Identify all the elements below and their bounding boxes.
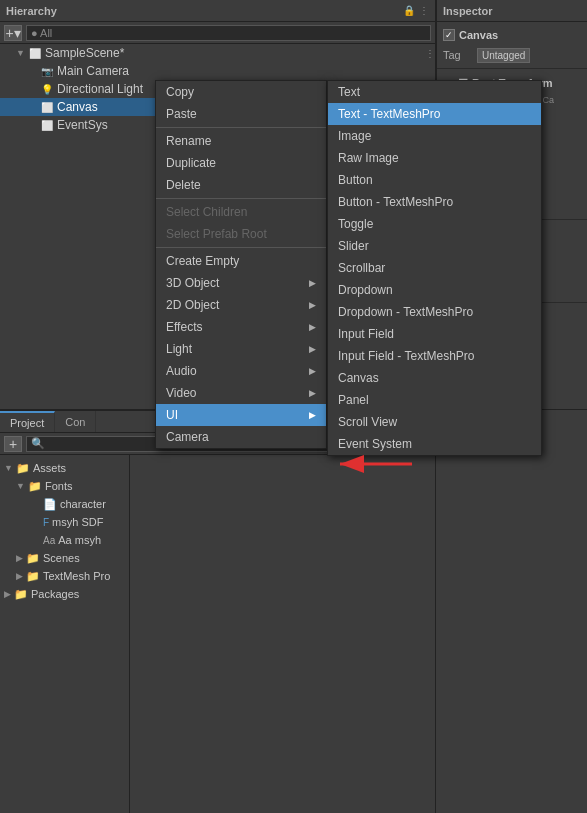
ctx-ui-textmeshpro[interactable]: Text - TextMeshPro [328, 103, 541, 125]
ctx-ui-dropdown[interactable]: Dropdown [328, 279, 541, 301]
canvas-tree-icon: ⬜ [40, 100, 54, 114]
msyh-icon: Aa [43, 535, 55, 546]
tab-console[interactable]: Con [55, 411, 96, 432]
light-icon: 💡 [40, 82, 54, 96]
assets-folder-icon: 📁 [16, 462, 30, 475]
ctx-delete[interactable]: Delete [156, 174, 326, 196]
ctx-ui-slider[interactable]: Slider [328, 235, 541, 257]
ctx-camera[interactable]: Camera [156, 426, 326, 448]
proj-aa-msyh[interactable]: Aa Aa msyh [0, 531, 129, 549]
context-menu-left: Copy Paste Rename Duplicate Delete Selec… [155, 80, 327, 449]
inspector-header: Inspector [437, 0, 587, 22]
ctx-duplicate[interactable]: Duplicate [156, 152, 326, 174]
ctx-3d-object[interactable]: 3D Object▶ [156, 272, 326, 294]
fonts-folder-icon: 📁 [28, 480, 42, 493]
proj-fonts[interactable]: ▼ 📁 Fonts [0, 477, 129, 495]
ctx-sep-2 [156, 198, 326, 199]
more-icon: ⋮ [419, 5, 429, 16]
ctx-ui-text[interactable]: Text [328, 81, 541, 103]
project-add-button[interactable]: + [4, 436, 22, 452]
tree-item-camera[interactable]: 📷 Main Camera [0, 62, 435, 80]
ctx-ui-inputfield[interactable]: Input Field [328, 323, 541, 345]
ctx-ui-scrollbar[interactable]: Scrollbar [328, 257, 541, 279]
textmesh-label: TextMesh Pro [43, 570, 110, 582]
ctx-ui-panel[interactable]: Panel [328, 389, 541, 411]
ctx-create-empty[interactable]: Create Empty [156, 250, 326, 272]
assets-label: Assets [33, 462, 66, 474]
ctx-ui-button-tmp[interactable]: Button - TextMeshPro [328, 191, 541, 213]
fonts-label: Fonts [45, 480, 73, 492]
ctx-light-menu[interactable]: Light▶ [156, 338, 326, 360]
scenes-label: Scenes [43, 552, 80, 564]
search-all-label: ● All [31, 27, 52, 39]
context-menu-right: Text Text - TextMeshPro Image Raw Image … [327, 80, 542, 456]
canvas-tag-row: Tag Untagged [443, 46, 581, 64]
scene-root-item[interactable]: ▼ ⬜ SampleScene* ⋮ [0, 44, 435, 62]
proj-textmesh[interactable]: ▶ 📁 TextMesh Pro [0, 567, 129, 585]
inspector-title: Inspector [443, 5, 493, 17]
packages-label: Packages [31, 588, 79, 600]
ctx-ui-canvas[interactable]: Canvas [328, 367, 541, 389]
ctx-rename[interactable]: Rename [156, 130, 326, 152]
msyhsdf-label: msyh SDF [52, 516, 103, 528]
textmesh-arrow: ▶ [16, 571, 23, 581]
tag-label: Tag [443, 49, 473, 61]
hierarchy-title: Hierarchy [6, 5, 57, 17]
character-icon: 📄 [43, 498, 57, 511]
msyh-label: Aa msyh [58, 534, 101, 546]
camera-icon: 📷 [40, 64, 54, 78]
tag-value[interactable]: Untagged [477, 48, 530, 63]
ctx-video[interactable]: Video▶ [156, 382, 326, 404]
add-button[interactable]: +▾ [4, 25, 22, 41]
search-box: ● All [26, 25, 431, 41]
scenes-arrow: ▶ [16, 553, 23, 563]
proj-scenes[interactable]: ▶ 📁 Scenes [0, 549, 129, 567]
eventsystem-label: EventSys [57, 118, 108, 132]
scene-icon: ⬜ [28, 46, 42, 60]
ctx-ui[interactable]: UI▶ [156, 404, 326, 426]
ctx-audio[interactable]: Audio▶ [156, 360, 326, 382]
ctx-copy[interactable]: Copy [156, 81, 326, 103]
search-icon-project: 🔍 [31, 437, 45, 450]
ctx-ui-dropdown-tmp[interactable]: Dropdown - TextMeshPro [328, 301, 541, 323]
eventsystem-icon: ⬜ [40, 118, 54, 132]
hierarchy-header-icons: 🔒 ⋮ [403, 5, 429, 16]
project-tree: ▼ 📁 Assets ▼ 📁 Fonts 📄 character F msyh … [0, 455, 130, 813]
packages-arrow: ▶ [4, 589, 11, 599]
tab-project[interactable]: Project [0, 411, 55, 432]
ctx-ui-image[interactable]: Image [328, 125, 541, 147]
canvas-name-row: ✓ Canvas [443, 26, 581, 44]
ctx-ui-rawimage[interactable]: Raw Image [328, 147, 541, 169]
proj-packages[interactable]: ▶ 📁 Packages [0, 585, 129, 603]
proj-msyh-sdf[interactable]: F msyh SDF [0, 513, 129, 531]
expand-arrow: ▼ [16, 48, 28, 58]
ctx-ui-inputfield-tmp[interactable]: Input Field - TextMeshPro [328, 345, 541, 367]
canvas-component-label: Canvas [459, 29, 498, 41]
character-label: character [60, 498, 106, 510]
ctx-ui-eventsystem[interactable]: Event System [328, 433, 541, 455]
project-content-area [130, 455, 435, 813]
textmesh-folder-icon: 📁 [26, 570, 40, 583]
assets-arrow: ▼ [4, 463, 13, 473]
proj-character[interactable]: 📄 character [0, 495, 129, 513]
ctx-ui-scrollview[interactable]: Scroll View [328, 411, 541, 433]
ctx-ui-button[interactable]: Button [328, 169, 541, 191]
ctx-sep-3 [156, 247, 326, 248]
fonts-arrow: ▼ [16, 481, 25, 491]
ctx-effects[interactable]: Effects▶ [156, 316, 326, 338]
packages-folder-icon: 📁 [14, 588, 28, 601]
canvas-active-checkbox[interactable]: ✓ [443, 29, 455, 41]
lock-icon: 🔒 [403, 5, 415, 16]
ctx-sep-1 [156, 127, 326, 128]
hierarchy-toolbar: +▾ ● All [0, 22, 435, 44]
hierarchy-header: Hierarchy 🔒 ⋮ [0, 0, 435, 22]
proj-assets[interactable]: ▼ 📁 Assets [0, 459, 129, 477]
ctx-paste[interactable]: Paste [156, 103, 326, 125]
ctx-2d-object[interactable]: 2D Object▶ [156, 294, 326, 316]
project-panel: Project Con 🔒 ⋮ + 🔍 ▼ 📁 Assets ▼ 📁 Fonts [0, 410, 436, 813]
canvas-label: Canvas [57, 100, 98, 114]
project-body: ▼ 📁 Assets ▼ 📁 Fonts 📄 character F msyh … [0, 455, 435, 813]
ctx-ui-toggle[interactable]: Toggle [328, 213, 541, 235]
scenes-folder-icon: 📁 [26, 552, 40, 565]
ctx-select-prefab: Select Prefab Root [156, 223, 326, 245]
